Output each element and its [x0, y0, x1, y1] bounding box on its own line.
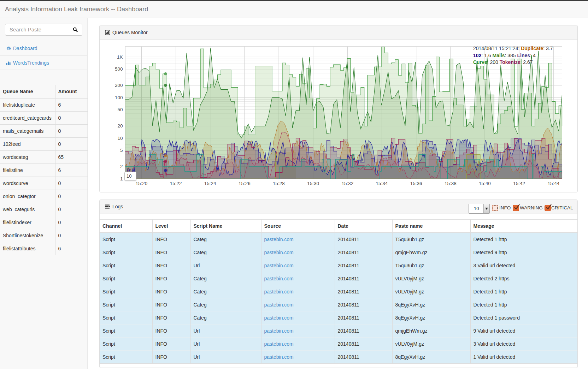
svg-text:15:22: 15:22	[170, 181, 182, 186]
svg-text:15:36: 15:36	[410, 181, 422, 186]
svg-text:15:38: 15:38	[445, 181, 457, 186]
svg-text:15:34: 15:34	[376, 181, 388, 186]
svg-text:500: 500	[115, 66, 123, 72]
svg-text:15:28: 15:28	[273, 181, 285, 186]
svg-text:2: 2	[120, 164, 123, 169]
svg-text:5: 5	[120, 148, 123, 153]
svg-text:20: 20	[117, 123, 123, 129]
svg-text:1: 1	[120, 176, 123, 181]
svg-text:50: 50	[117, 107, 123, 112]
svg-text:15:24: 15:24	[204, 181, 216, 186]
svg-text:15:44: 15:44	[547, 181, 559, 186]
svg-text:200: 200	[115, 83, 123, 88]
svg-text:1K: 1K	[117, 54, 123, 60]
svg-text:15:30: 15:30	[307, 181, 319, 186]
svg-text:10: 10	[117, 136, 123, 141]
svg-text:15:32: 15:32	[342, 181, 354, 186]
svg-text:15:26: 15:26	[239, 181, 251, 186]
svg-text:15:20: 15:20	[136, 181, 148, 186]
svg-text:15:42: 15:42	[513, 181, 525, 186]
svg-text:100: 100	[115, 95, 123, 100]
svg-text:15:40: 15:40	[479, 181, 491, 186]
